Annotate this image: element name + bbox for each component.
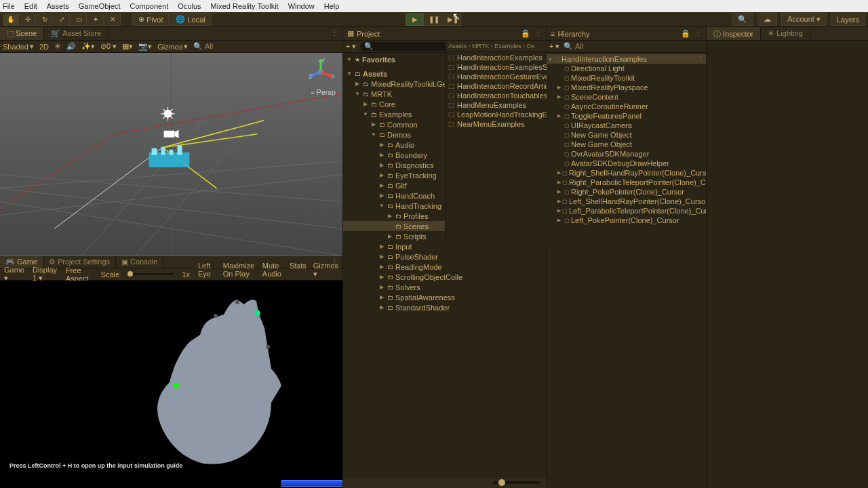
project-menu-icon[interactable]: ⋮ [534, 29, 542, 38]
project-breadcrumb[interactable]: Assets › MRTK › Examples › De [446, 41, 547, 52]
scene-menu-icon[interactable]: ⋮ [697, 55, 705, 64]
cloud-icon[interactable]: ☁ [757, 13, 777, 26]
project-tree-row[interactable]: ▶🗀PulseShader [343, 251, 546, 262]
custom-tool[interactable]: ✕ [104, 14, 121, 26]
hierarchy-row[interactable]: ▶▢SceneContent [547, 92, 706, 102]
lock-icon[interactable]: 🔒 [681, 29, 690, 38]
project-tree-row[interactable]: ▶🗀ReadingMode [343, 262, 546, 272]
hierarchy-row[interactable]: ▶▢Left_ShellHandRayPointer(Clone)_Cursor [547, 197, 706, 206]
lock-icon[interactable]: 🔒 [521, 29, 530, 38]
hierarchy-row[interactable]: ▢MixedRealityToolkit [547, 73, 706, 83]
hierarchy-tree[interactable]: ▼⬚HandInteractionExamples⋮ ▢Directional … [547, 53, 706, 488]
menu-edit[interactable]: Edit [24, 2, 37, 10]
local-toggle[interactable]: 🌐Local [170, 13, 211, 26]
hierarchy-row[interactable]: ▶▢Right_ShellHandRayPointer(Clone)_Curso… [547, 168, 706, 178]
move-tool[interactable]: ✢ [20, 14, 36, 26]
hierarchy-row[interactable]: ▢UIRaycastCamera [547, 121, 706, 130]
gameobject-icon: ▢ [564, 123, 570, 129]
step-button[interactable]: ▶❚ [444, 14, 462, 26]
main-toolbar: ✋ ✢ ↻ ⤢ ▭ ✦ ✕ ⊕Pivot 🌐Local ▶ ❚❚ ▶❚ 🔍 ☁ … [0, 12, 868, 27]
asset-row[interactable]: ⬚HandMenuExamples [446, 100, 547, 110]
gizmos-dropdown[interactable]: Gizmos ▾ [157, 42, 188, 51]
hierarchy-row[interactable]: ▢New Game Object [547, 130, 706, 140]
menu-oculus[interactable]: Oculus [178, 2, 201, 10]
hierarchy-row[interactable]: ▢AvatarSDKDebugDrawHelper [547, 159, 706, 168]
aspect-dropdown[interactable]: Free Aspect [66, 266, 93, 283]
asset-row[interactable]: ⬚LeapMotionHandTrackingExa [446, 110, 547, 119]
search-icon[interactable]: 🔍 [732, 13, 753, 26]
rotate-tool[interactable]: ↻ [37, 14, 53, 26]
unity-icon: ⬚ [555, 56, 560, 62]
scale-slider[interactable] [127, 273, 174, 275]
project-tree-row[interactable]: ▶🗀StandardShader [343, 302, 546, 312]
menu-help[interactable]: Help [324, 2, 340, 10]
scene-vis-icon[interactable]: ⊘0 ▾ [100, 42, 117, 51]
hierarchy-row[interactable]: ▶▢Right_ParabolicTeleportPointer(Clone)_… [547, 178, 706, 187]
hierarchy-row[interactable]: ▶▢Left_PokePointer(Clone)_Cursor [547, 216, 706, 225]
input-hint: Press LeftControl + H to open up the inp… [9, 462, 182, 469]
menu-assets[interactable]: Assets [47, 2, 69, 10]
hand-tool[interactable]: ✋ [3, 14, 19, 26]
scale-tool[interactable]: ⤢ [54, 14, 70, 26]
asset-row[interactable]: ⬚HandInteractionExamples [446, 53, 547, 62]
hierarchy-row[interactable]: ▶▢Right_PokePointer(Clone)_Cursor [547, 187, 706, 197]
inspector-body [707, 41, 868, 488]
play-controls: ▶ ❚❚ ▶❚ [406, 14, 462, 26]
hierarchy-row[interactable]: ▶▢ToggleFeaturesPanel [547, 111, 706, 121]
hier-menu-icon[interactable]: ⋮ [694, 29, 702, 38]
create-dropdown[interactable]: + ▾ [346, 42, 356, 51]
grid-icon[interactable]: ▦▾ [122, 42, 133, 51]
account-dropdown[interactable]: Account ▾ [781, 13, 827, 26]
menu-gameobject[interactable]: GameObject [79, 2, 121, 10]
scene-panel-menu-icon[interactable]: ⋮ [327, 27, 342, 40]
transform-tool[interactable]: ✦ [87, 14, 104, 26]
tab-console[interactable]: ▣Console [116, 256, 163, 268]
game-view[interactable]: Press LeftControl + H to open up the inp… [0, 281, 342, 488]
asset-row[interactable]: ⬚HandInteractionTouchablesEx [446, 91, 547, 100]
scene-root-row[interactable]: ▼⬚HandInteractionExamples⋮ [547, 54, 706, 64]
pause-button[interactable]: ❚❚ [425, 14, 443, 26]
rect-tool[interactable]: ▭ [71, 14, 87, 26]
camera-icon[interactable]: 📷▾ [138, 42, 152, 51]
shaded-dropdown[interactable]: Shaded ▾ [3, 42, 34, 51]
hierarchy-row[interactable]: ▢AsyncCoroutineRunner [547, 102, 706, 111]
menu-component[interactable]: Component [130, 2, 168, 10]
scene-view[interactable]: y x z ≡ Persp [0, 53, 342, 256]
project-tree-row[interactable]: ▶🗀Solvers [343, 282, 546, 292]
layers-dropdown[interactable]: Layers [831, 14, 865, 26]
inspector-panel: ⓘInspector ☀Lighting [707, 27, 868, 488]
hierarchy-row[interactable]: ▢Directional Light [547, 64, 706, 73]
asset-row[interactable]: ⬚HandInteractionGestureEvent [446, 72, 547, 81]
menu-mrtk[interactable]: Mixed Reality Toolkit [211, 2, 279, 10]
tab-lighting[interactable]: ☀Lighting [761, 27, 810, 40]
folder-icon: 🗀 [395, 213, 401, 220]
menu-window[interactable]: Window [288, 2, 315, 10]
asset-row[interactable]: ⬚HandInteractionRecordArticu [446, 81, 547, 91]
hierarchy-row[interactable]: ▶▢MixedRealityPlayspace [547, 83, 706, 92]
asset-row[interactable]: ⬚NearMenuExamples [446, 119, 547, 129]
lighting-icon[interactable]: ☀ [54, 42, 61, 51]
svg-text:y: y [322, 58, 326, 62]
2d-toggle[interactable]: 2D [39, 43, 49, 51]
search-all[interactable]: 🔍 All [193, 42, 213, 51]
project-tree-row[interactable]: ▶🗀SpatialAwareness [343, 292, 546, 302]
pivot-toggle[interactable]: ⊕Pivot [132, 13, 169, 26]
hierarchy-row[interactable]: ▶▢Left_ParabolicTeleportPointer(Clone)_C… [547, 206, 706, 216]
play-button[interactable]: ▶ [406, 14, 424, 26]
hier-create-dropdown[interactable]: + ▾ [549, 42, 559, 51]
asset-list[interactable]: ⬚HandInteractionExamples⬚HandInteraction… [446, 52, 547, 130]
thumbnail-slider[interactable] [493, 481, 540, 484]
hier-search[interactable]: 🔍 All [564, 42, 583, 51]
tab-inspector[interactable]: ⓘInspector [707, 27, 761, 40]
audio-icon[interactable]: 🔊 [66, 42, 76, 51]
hierarchy-row[interactable]: ▢New Game Object [547, 140, 706, 149]
hierarchy-row[interactable]: ▢OvrAvatarSDKManager [547, 149, 706, 159]
folder-icon: 🗀 [387, 243, 393, 250]
asset-row[interactable]: ⬚HandInteractionExamplesSett [446, 62, 547, 72]
menu-file[interactable]: File [3, 2, 15, 10]
fx-icon[interactable]: ✨▾ [81, 42, 95, 51]
tab-scene[interactable]: ⬚Scene [0, 27, 44, 40]
orientation-gizmo[interactable]: y x z [307, 58, 334, 85]
project-tree-row[interactable]: ▶🗀ScrollingObjectColle [343, 272, 546, 282]
tab-asset-store[interactable]: 🛒Asset Store [44, 27, 108, 40]
